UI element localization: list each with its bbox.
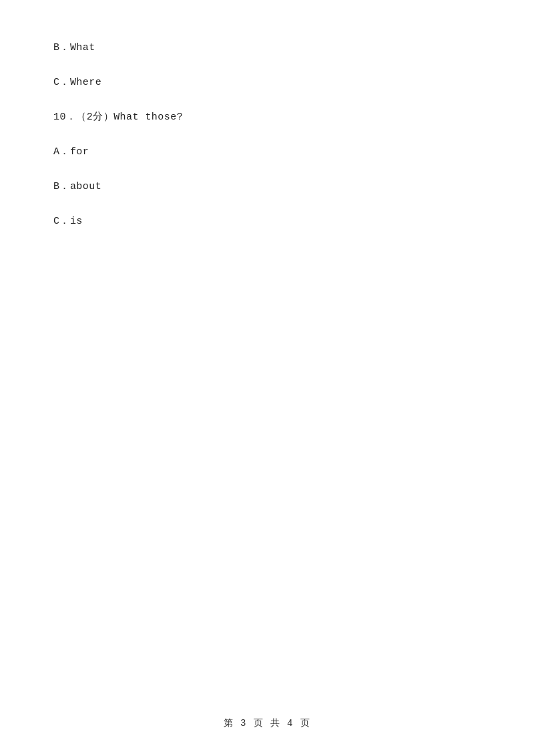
question-10: 10．（2分）What those? [53, 110, 481, 126]
option-a-for: A．for [53, 144, 481, 160]
option-c-where-text: C．Where [53, 77, 101, 88]
page-number-text: 第 3 页 共 4 页 [224, 718, 310, 729]
option-c-is-text: C．is [53, 216, 83, 227]
option-b-about: B．about [53, 179, 481, 195]
option-b-what-text: B．What [53, 42, 95, 53]
option-c-where: C．Where [53, 75, 481, 91]
option-a-for-text: A．for [53, 146, 89, 158]
page-footer: 第 3 页 共 4 页 [0, 717, 534, 729]
option-b-about-text: B．about [53, 181, 101, 192]
option-b-what: B．What [53, 40, 481, 56]
question-10-text: 10．（2分）What those? [53, 112, 183, 123]
option-c-is: C．is [53, 214, 481, 230]
page-content: B．What C．Where 10．（2分）What those? A．for … [0, 0, 534, 302]
